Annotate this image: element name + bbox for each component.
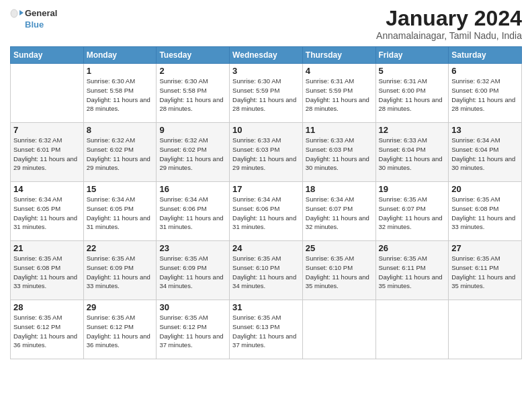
day-detail: Sunrise: 6:32 AMSunset: 6:01 PMDaylight:…: [13, 136, 81, 173]
day-detail: Sunrise: 6:34 AMSunset: 6:06 PMDaylight:…: [232, 195, 300, 232]
day-number: 3: [232, 66, 300, 76]
day-cell: 2 Sunrise: 6:30 AMSunset: 5:58 PMDayligh…: [157, 64, 230, 123]
day-cell: 18 Sunrise: 6:34 AMSunset: 6:07 PMDaylig…: [302, 182, 375, 241]
day-detail: Sunrise: 6:34 AMSunset: 6:05 PMDaylight:…: [87, 195, 154, 232]
logo: General Blue: [10, 7, 57, 30]
day-cell: [375, 300, 449, 359]
day-number: 19: [379, 184, 446, 194]
day-number: 16: [159, 184, 226, 194]
col-sunday: Sunday: [11, 47, 84, 64]
day-detail: Sunrise: 6:32 AMSunset: 6:02 PMDaylight:…: [159, 136, 226, 173]
day-detail: Sunrise: 6:32 AMSunset: 6:00 PMDaylight:…: [451, 77, 519, 113]
day-number: 6: [451, 66, 519, 76]
day-detail: Sunrise: 6:35 AMSunset: 6:09 PMDaylight:…: [87, 254, 154, 291]
day-cell: 26 Sunrise: 6:35 AMSunset: 6:11 PMDaylig…: [375, 241, 449, 300]
day-detail: Sunrise: 6:34 AMSunset: 6:05 PMDaylight:…: [13, 195, 81, 232]
day-cell: 20 Sunrise: 6:35 AMSunset: 6:08 PMDaylig…: [449, 182, 522, 241]
col-monday: Monday: [83, 47, 157, 64]
col-friday: Friday: [375, 47, 449, 64]
day-number: 29: [87, 302, 154, 312]
day-cell: 11 Sunrise: 6:33 AMSunset: 6:03 PMDaylig…: [302, 123, 375, 182]
day-cell: 23 Sunrise: 6:35 AMSunset: 6:09 PMDaylig…: [157, 241, 230, 300]
day-cell: 13 Sunrise: 6:34 AMSunset: 6:04 PMDaylig…: [449, 123, 522, 182]
day-detail: Sunrise: 6:31 AMSunset: 6:00 PMDaylight:…: [379, 77, 446, 113]
header: General Blue January 2024 Annamalainagar…: [10, 7, 522, 41]
day-cell: 5 Sunrise: 6:31 AMSunset: 6:00 PMDayligh…: [375, 64, 449, 123]
day-number: 30: [159, 302, 226, 312]
day-cell: 25 Sunrise: 6:35 AMSunset: 6:10 PMDaylig…: [302, 241, 375, 300]
day-number: 26: [379, 243, 446, 253]
day-detail: Sunrise: 6:30 AMSunset: 5:59 PMDaylight:…: [232, 77, 300, 113]
day-number: 12: [379, 125, 446, 135]
day-cell: 8 Sunrise: 6:32 AMSunset: 6:02 PMDayligh…: [83, 123, 157, 182]
day-detail: Sunrise: 6:35 AMSunset: 6:10 PMDaylight:…: [232, 254, 300, 291]
day-detail: Sunrise: 6:35 AMSunset: 6:12 PMDaylight:…: [13, 313, 81, 350]
day-cell: 4 Sunrise: 6:31 AMSunset: 5:59 PMDayligh…: [302, 64, 375, 123]
day-detail: Sunrise: 6:33 AMSunset: 6:03 PMDaylight:…: [306, 136, 373, 173]
day-cell: 22 Sunrise: 6:35 AMSunset: 6:09 PMDaylig…: [83, 241, 157, 300]
title-block: January 2024 Annamalainagar, Tamil Nadu,…: [376, 7, 522, 41]
col-thursday: Thursday: [302, 47, 375, 64]
day-number: 28: [13, 302, 81, 312]
day-cell: 7 Sunrise: 6:32 AMSunset: 6:01 PMDayligh…: [11, 123, 84, 182]
day-cell: 1 Sunrise: 6:30 AMSunset: 5:58 PMDayligh…: [83, 64, 157, 123]
day-number: 21: [13, 243, 81, 253]
day-detail: Sunrise: 6:34 AMSunset: 6:06 PMDaylight:…: [159, 195, 226, 232]
day-number: 10: [232, 125, 300, 135]
day-number: 22: [87, 243, 154, 253]
day-cell: 12 Sunrise: 6:33 AMSunset: 6:04 PMDaylig…: [375, 123, 449, 182]
day-cell: 3 Sunrise: 6:30 AMSunset: 5:59 PMDayligh…: [230, 64, 303, 123]
day-detail: Sunrise: 6:35 AMSunset: 6:08 PMDaylight:…: [451, 195, 519, 232]
day-number: 24: [232, 243, 300, 253]
day-number: 7: [13, 125, 81, 135]
day-number: 17: [232, 184, 300, 194]
col-tuesday: Tuesday: [157, 47, 230, 64]
day-detail: Sunrise: 6:30 AMSunset: 5:58 PMDaylight:…: [87, 77, 154, 113]
day-number: 23: [159, 243, 226, 253]
day-number: 11: [306, 125, 373, 135]
day-cell: 14 Sunrise: 6:34 AMSunset: 6:05 PMDaylig…: [11, 182, 84, 241]
day-number: 8: [87, 125, 154, 135]
day-cell: 19 Sunrise: 6:35 AMSunset: 6:07 PMDaylig…: [375, 182, 449, 241]
day-detail: Sunrise: 6:35 AMSunset: 6:11 PMDaylight:…: [379, 254, 446, 291]
day-detail: Sunrise: 6:35 AMSunset: 6:12 PMDaylight:…: [159, 313, 226, 350]
week-row-3: 21 Sunrise: 6:35 AMSunset: 6:08 PMDaylig…: [11, 241, 522, 300]
day-detail: Sunrise: 6:34 AMSunset: 6:07 PMDaylight:…: [306, 195, 373, 232]
calendar-table: Sunday Monday Tuesday Wednesday Thursday…: [10, 46, 522, 359]
logo-bird-icon: [10, 7, 24, 20]
day-detail: Sunrise: 6:35 AMSunset: 6:11 PMDaylight:…: [451, 254, 519, 291]
day-number: 25: [306, 243, 373, 253]
day-cell: 15 Sunrise: 6:34 AMSunset: 6:05 PMDaylig…: [83, 182, 157, 241]
day-cell: 31 Sunrise: 6:35 AMSunset: 6:13 PMDaylig…: [230, 300, 303, 359]
week-row-2: 14 Sunrise: 6:34 AMSunset: 6:05 PMDaylig…: [11, 182, 522, 241]
day-detail: Sunrise: 6:35 AMSunset: 6:08 PMDaylight:…: [13, 254, 81, 291]
day-cell: 10 Sunrise: 6:33 AMSunset: 6:03 PMDaylig…: [230, 123, 303, 182]
day-detail: Sunrise: 6:35 AMSunset: 6:10 PMDaylight:…: [306, 254, 373, 291]
logo-text-general: General: [25, 9, 57, 18]
month-title: January 2024: [376, 7, 522, 30]
day-cell: 16 Sunrise: 6:34 AMSunset: 6:06 PMDaylig…: [157, 182, 230, 241]
week-row-4: 28 Sunrise: 6:35 AMSunset: 6:12 PMDaylig…: [11, 300, 522, 359]
day-number: 14: [13, 184, 81, 194]
day-detail: Sunrise: 6:35 AMSunset: 6:09 PMDaylight:…: [159, 254, 226, 291]
day-detail: Sunrise: 6:35 AMSunset: 6:13 PMDaylight:…: [232, 313, 300, 350]
day-cell: [449, 300, 522, 359]
day-detail: Sunrise: 6:33 AMSunset: 6:03 PMDaylight:…: [232, 136, 300, 173]
day-cell: 28 Sunrise: 6:35 AMSunset: 6:12 PMDaylig…: [11, 300, 84, 359]
day-cell: 27 Sunrise: 6:35 AMSunset: 6:11 PMDaylig…: [449, 241, 522, 300]
svg-point-0: [11, 9, 17, 17]
day-number: 31: [232, 302, 300, 312]
day-cell: 24 Sunrise: 6:35 AMSunset: 6:10 PMDaylig…: [230, 241, 303, 300]
day-number: 9: [159, 125, 226, 135]
day-cell: 17 Sunrise: 6:34 AMSunset: 6:06 PMDaylig…: [230, 182, 303, 241]
day-cell: 9 Sunrise: 6:32 AMSunset: 6:02 PMDayligh…: [157, 123, 230, 182]
day-detail: Sunrise: 6:35 AMSunset: 6:07 PMDaylight:…: [379, 195, 446, 232]
day-number: 5: [379, 66, 446, 76]
day-number: 13: [451, 125, 519, 135]
day-detail: Sunrise: 6:34 AMSunset: 6:04 PMDaylight:…: [451, 136, 519, 173]
location: Annamalainagar, Tamil Nadu, India: [376, 30, 522, 41]
day-number: 2: [159, 66, 226, 76]
day-number: 15: [87, 184, 154, 194]
col-saturday: Saturday: [449, 47, 522, 64]
day-detail: Sunrise: 6:35 AMSunset: 6:12 PMDaylight:…: [87, 313, 154, 350]
